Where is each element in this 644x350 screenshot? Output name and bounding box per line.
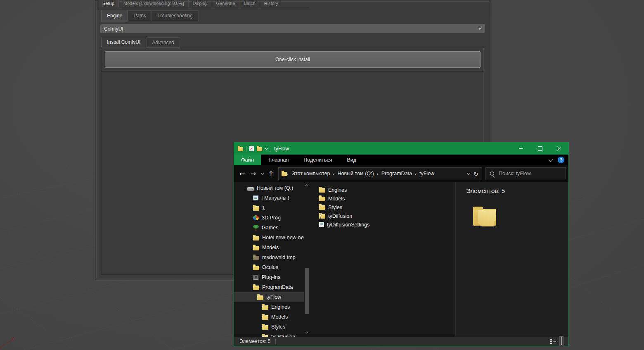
tree-item-label: tyFlow <box>266 294 281 300</box>
divider <box>246 146 246 152</box>
chevron-down-icon <box>478 28 481 30</box>
address-dropdown-icon[interactable] <box>467 172 470 175</box>
minimize-button[interactable] <box>511 143 530 155</box>
address-bar[interactable]: Этот компьютер Новый том (Q:) ProgramDat… <box>278 167 482 180</box>
tree-item-label: ! Мануалы ! <box>261 195 289 201</box>
sidebar-scrollbar[interactable] <box>304 182 310 337</box>
new-folder-icon[interactable] <box>257 147 262 151</box>
explorer-titlebar[interactable]: tyFlow <box>234 143 568 155</box>
tab-generate[interactable]: Generate <box>212 0 239 7</box>
tree-item-label: ProgramData <box>262 284 293 290</box>
file-item-models[interactable]: Models <box>310 194 455 203</box>
tree-item-label: Games <box>262 225 278 231</box>
tab-install-comfyui[interactable]: Install ComfyUI <box>101 37 146 48</box>
folder-icon <box>319 205 325 210</box>
tree-item-label: Models <box>262 245 279 250</box>
tree-item-models[interactable]: Models <box>234 243 304 252</box>
up-button[interactable] <box>265 168 277 179</box>
breadcrumb-programdata[interactable]: ProgramData <box>379 171 415 176</box>
folder-icon <box>262 325 268 330</box>
tree-item-hotel[interactable]: Hotel new-new-nev <box>234 233 304 243</box>
file-item-label: Engines <box>328 187 347 193</box>
recent-locations-icon[interactable] <box>261 172 264 175</box>
explorer-content: Новый том (Q:) ! Мануалы ! 1 3D Prog Gam… <box>234 182 568 337</box>
menu-home[interactable]: Главная <box>263 155 296 165</box>
forward-button[interactable] <box>248 168 259 179</box>
breadcrumb-this-pc[interactable]: Этот компьютер <box>289 171 333 176</box>
menu-file[interactable]: Файл <box>234 155 261 165</box>
tree-item-3d-prog[interactable]: 3D Prog <box>234 213 304 223</box>
tree-item-drive-q[interactable]: Новый том (Q:) <box>234 183 304 193</box>
tree-item-programdata[interactable]: ProgramData <box>234 282 304 292</box>
close-button[interactable] <box>549 143 568 155</box>
status-bar: Элементов: 5 <box>234 337 568 346</box>
tree-item-label: 3D Prog <box>262 215 281 221</box>
tree-item-plugins[interactable]: Plug-ins <box>234 272 304 282</box>
scrollbar-thumb[interactable] <box>305 268 309 314</box>
zip-folder-icon <box>319 214 325 219</box>
ribbon-menu-bar: Файл Главная Поделиться Вид ? <box>234 155 568 165</box>
scroll-down-icon[interactable] <box>305 331 308 333</box>
search-icon <box>490 171 494 176</box>
chevron-down-icon[interactable] <box>265 147 268 150</box>
file-item-label: tyDiffusion <box>328 213 352 219</box>
x-axis-marker: X <box>0 336 14 348</box>
tree-item-tydiffusion[interactable]: tyDiffusion <box>234 332 304 337</box>
search-box[interactable]: Поиск: tyFlow <box>485 167 566 180</box>
tree-item-tyflow-selected[interactable]: tyFlow <box>234 292 304 302</box>
tab-models[interactable]: Models [1 downloading: 0.0%] <box>119 0 188 7</box>
minimize-icon <box>519 148 523 149</box>
menu-share[interactable]: Поделиться <box>297 155 339 165</box>
tree-item-label: Новый том (Q:) <box>257 185 293 191</box>
file-item-tydiffusion[interactable]: tyDiffusion <box>310 212 455 220</box>
folder-dim-icon <box>253 256 259 260</box>
tree-item-1[interactable]: 1 <box>234 203 304 213</box>
chip-icon <box>253 275 258 280</box>
tab-setup[interactable]: Setup <box>98 0 119 7</box>
file-item-tydiffusionsettings[interactable]: tyDiffusionSettings <box>310 220 455 229</box>
tree-item-label: Models <box>271 314 288 320</box>
tab-paths[interactable]: Paths <box>128 10 152 21</box>
details-view-icon[interactable] <box>550 339 556 344</box>
tab-advanced[interactable]: Advanced <box>146 37 180 48</box>
folder-icon <box>253 236 259 240</box>
tab-display[interactable]: Display <box>188 0 212 7</box>
svg-text:X: X <box>11 336 14 341</box>
tab-troubleshooting[interactable]: Troubleshooting <box>152 10 199 21</box>
tree-item-games[interactable]: Games <box>234 223 304 233</box>
main-tab-bar: Setup Models [1 downloading: 0.0%] Displ… <box>98 0 309 7</box>
tree-item-manuals[interactable]: ! Мануалы ! <box>234 193 304 203</box>
properties-icon[interactable] <box>249 146 254 151</box>
refresh-icon[interactable] <box>474 170 478 178</box>
navigation-pane: Новый том (Q:) ! Мануалы ! 1 3D Prog Gam… <box>234 182 310 337</box>
tab-batch[interactable]: Batch <box>239 0 259 7</box>
tree-item-styles[interactable]: Styles <box>234 322 304 332</box>
folder-icon[interactable] <box>238 147 243 151</box>
tree-item-label: tyDiffusion <box>271 334 295 337</box>
tree-item-engines[interactable]: Engines <box>234 302 304 312</box>
settings-document-icon <box>319 222 324 227</box>
tree-item-models-child[interactable]: Models <box>234 312 304 322</box>
file-item-engines[interactable]: Engines <box>310 186 455 194</box>
one-click-install-button[interactable]: One-click install <box>105 51 481 68</box>
tree-icon <box>253 225 259 231</box>
breadcrumb-tyflow[interactable]: tyFlow <box>417 171 437 176</box>
expand-ribbon-icon[interactable] <box>549 157 553 162</box>
window-controls <box>511 143 568 155</box>
maximize-button[interactable] <box>530 143 549 155</box>
menu-view[interactable]: Вид <box>340 155 363 165</box>
scroll-up-icon[interactable] <box>305 184 308 187</box>
tab-engine[interactable]: Engine <box>101 10 128 21</box>
file-item-styles[interactable]: Styles <box>310 203 455 212</box>
help-icon[interactable]: ? <box>558 157 564 163</box>
folder-icon <box>319 188 325 193</box>
large-icons-view-button[interactable] <box>560 337 563 346</box>
folder-icon <box>257 295 263 300</box>
tab-history[interactable]: History <box>260 0 282 7</box>
tree-item-oculus[interactable]: Oculus <box>234 262 304 272</box>
breadcrumb-drive[interactable]: Новый том (Q:) <box>334 171 376 176</box>
divider <box>275 339 276 344</box>
tree-item-msdownld[interactable]: msdownld.tmp <box>234 252 304 262</box>
back-button[interactable] <box>237 168 248 179</box>
engine-select[interactable]: ComfyUI <box>100 24 485 33</box>
